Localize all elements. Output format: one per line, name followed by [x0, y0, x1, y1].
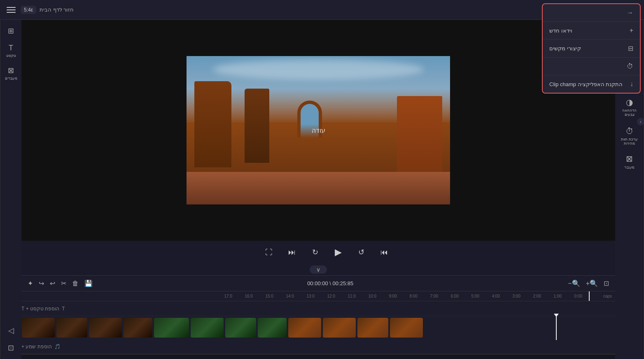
- rewind-button[interactable]: ↺: [354, 245, 369, 260]
- ruler-label-11: 11:0: [348, 294, 356, 298]
- ruler-label-9: 9:00: [389, 294, 397, 298]
- timeline-time-display: 00:00:00 \ 00:25:85: [307, 280, 353, 286]
- mesa-1: [194, 81, 231, 167]
- rs-crop-item[interactable]: ⊞: [1, 23, 21, 39]
- timeline-zoom-in-button[interactable]: 🔍+: [585, 278, 599, 289]
- shortcuts-icon: ⊟: [628, 45, 633, 52]
- clip-12[interactable]: [390, 318, 423, 338]
- download-icon: ↓: [630, 80, 633, 88]
- timeline-fit-button[interactable]: ⊡: [602, 278, 610, 289]
- ruler-label-17: 17:0: [224, 294, 232, 298]
- clip-3[interactable]: [89, 318, 122, 338]
- ruler-label-3: 3:00: [513, 294, 520, 298]
- history-icon: ⏱: [627, 63, 633, 70]
- clips-container: [21, 318, 582, 338]
- rs-transitions-item[interactable]: ⊠ מעברים: [1, 63, 21, 84]
- ruler-label-5: 5:00: [471, 294, 479, 298]
- ruler-label-10: 10:0: [369, 294, 376, 298]
- dropdown-item-new-video[interactable]: + וידאו חדש: [543, 22, 640, 40]
- sidebar-item-colors[interactable]: ◑ הדהחאהצבעים: [617, 94, 642, 120]
- timeline-ruler: caps 0:00 1:00 2:00 3:00 4:00 5:00 6:00 …: [21, 291, 615, 301]
- ruler-label-16: 16:0: [245, 294, 253, 298]
- forward-button[interactable]: ↻: [308, 245, 322, 260]
- timeline-magic-button[interactable]: ✦: [26, 278, 34, 289]
- timeline-zoom-out-button[interactable]: 🔍−: [567, 278, 581, 289]
- timeline-area: ⊡ 🔍+ 🔍− 00:00:00 \ 00:25:85 💾 🗑 ✂ ↩ ↪ ✦: [21, 275, 615, 354]
- rs-collapse-item[interactable]: ◁: [1, 323, 21, 338]
- plus-icon: +: [630, 27, 633, 34]
- back-link[interactable]: חזור לדף הבית: [40, 7, 74, 13]
- clip-8[interactable]: [258, 318, 287, 338]
- video-clips-track: [21, 316, 615, 339]
- sidebar-item-templates[interactable]: ⏱ ערכת חוותמהירות: [617, 123, 642, 149]
- clip-2[interactable]: [56, 318, 87, 338]
- playback-controls: ⏮ ↺ ▶ ↻ ⏭ ⛶: [21, 241, 615, 264]
- export-icon: ⊠: [626, 154, 633, 164]
- ruler-label-7: 7:00: [430, 294, 438, 298]
- rs-transitions-icon: ⊠: [8, 66, 14, 75]
- dropdown-item-arrow[interactable]: →: [543, 4, 640, 22]
- ground: [187, 172, 450, 204]
- hamburger-menu-button[interactable]: [5, 5, 17, 14]
- timeline-cut-button[interactable]: ✂: [60, 278, 68, 289]
- timeline-redo-button[interactable]: ↪: [37, 278, 45, 289]
- timeline-scrollbar[interactable]: [21, 354, 615, 359]
- add-audio-icon: 🎵: [54, 344, 61, 350]
- timeline-toolbar: ⊡ 🔍+ 🔍− 00:00:00 \ 00:25:85 💾 🗑 ✂ ↩ ↪ ✦: [21, 276, 615, 291]
- video-preview: עודה: [21, 20, 615, 241]
- mesa-3: [397, 96, 442, 178]
- clip-6[interactable]: [191, 318, 224, 338]
- clouds: [213, 59, 424, 80]
- templates-icon: ⏱: [625, 127, 634, 136]
- fullscreen-button[interactable]: ⛶: [261, 245, 276, 260]
- collapse-timeline-button[interactable]: ∨: [310, 265, 327, 274]
- mesa-2: [245, 89, 269, 163]
- ruler-label-15: 15:0: [266, 294, 273, 298]
- collapse-row: ∨: [21, 264, 615, 275]
- rs-text-item[interactable]: T טקסט: [1, 40, 21, 61]
- timeline-right-tools: 💾 🗑 ✂ ↩ ↪ ✦: [26, 278, 94, 289]
- timeline-undo-button[interactable]: ↩: [49, 278, 56, 289]
- clip-11[interactable]: [357, 318, 388, 338]
- clip-5[interactable]: [154, 318, 189, 338]
- timeline-left-tools: ⊡ 🔍+ 🔍−: [567, 278, 610, 289]
- ruler-label-6: 6:00: [451, 294, 459, 298]
- rs-extra-icon: ⊡: [8, 343, 14, 352]
- ruler-label-2: 2:00: [533, 294, 541, 298]
- ruler-label-12: 12:0: [327, 294, 335, 298]
- ruler-label-1: 1:00: [554, 294, 562, 298]
- dropdown-item-history[interactable]: ⏱: [543, 58, 640, 75]
- clip-4[interactable]: [124, 318, 152, 338]
- sidebar-item-export[interactable]: ⊠ מעבר: [617, 150, 642, 173]
- add-audio-track-row[interactable]: 🎵 הוספת שמע +: [21, 339, 615, 354]
- skip-start-button[interactable]: ⏮: [377, 245, 392, 260]
- menu-line-3: [7, 12, 16, 13]
- ruler-label-14: 14:0: [286, 294, 294, 298]
- timeline-delete-button[interactable]: 🗑: [71, 279, 80, 289]
- clip-1[interactable]: [22, 318, 55, 338]
- video-canvas: עודה: [187, 56, 450, 204]
- timeline-playhead-marker: [589, 291, 590, 301]
- clip-7[interactable]: [225, 318, 256, 338]
- menu-line-1: [7, 7, 16, 8]
- ruler-label-8: 8:00: [410, 294, 418, 298]
- timeline-save-button[interactable]: 💾: [83, 278, 94, 289]
- rs-extra-item[interactable]: ⊡: [1, 340, 21, 356]
- dropdown-item-install-app[interactable]: ↓ התקנת האפליקציה Clip champ: [543, 75, 640, 93]
- colors-icon: ◑: [626, 97, 633, 107]
- ruler-label-0: 0:00: [574, 294, 582, 298]
- sidebar-collapse-button[interactable]: ›: [637, 118, 644, 125]
- timeline-tracks: T הוספת טקסט + T: [21, 301, 615, 354]
- clip-10[interactable]: [323, 318, 356, 338]
- dropdown-overlay: ✕ הורידאו שלי אלוף קליפים ≡ → + וידאו חד…: [542, 3, 641, 22]
- play-button[interactable]: ▶: [331, 245, 345, 260]
- add-text-track-row[interactable]: T הוספת טקסט + T: [21, 301, 615, 316]
- timeline-playhead: [556, 315, 557, 340]
- rs-collapse-icon: ◁: [8, 326, 14, 335]
- crop-icon: ⊞: [8, 26, 14, 35]
- arrow-icon: →: [627, 9, 633, 16]
- skip-end-button[interactable]: ⏭: [285, 245, 299, 260]
- dropdown-item-shortcuts[interactable]: ⊟ קיצורי מקשים: [543, 40, 640, 58]
- right-sidebar: ⊞ T טקסט ⊠ מעברים ◁ ⊡: [0, 20, 21, 359]
- clip-9[interactable]: [288, 318, 321, 338]
